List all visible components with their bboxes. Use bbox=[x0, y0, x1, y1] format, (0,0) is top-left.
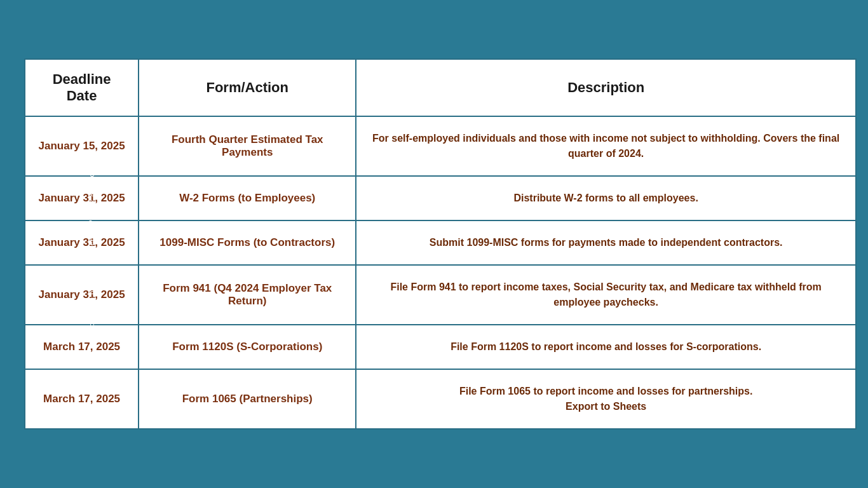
table-row: January 31, 20251099-MISC Forms (to Cont… bbox=[25, 220, 856, 265]
cell-form-4: Form 1120S (S-Corporations) bbox=[139, 325, 356, 369]
header-description: Description bbox=[356, 59, 856, 116]
cell-form-1: W-2 Forms (to Employees) bbox=[139, 176, 356, 220]
cell-form-2: 1099-MISC Forms (to Contractors) bbox=[139, 220, 356, 265]
cell-description-5: File Form 1065 to report income and loss… bbox=[356, 369, 856, 429]
tax-deadlines-table: Deadline Date Form/Action Description Ja… bbox=[24, 58, 857, 430]
table-row: January 15, 2025Fourth Quarter Estimated… bbox=[25, 116, 856, 176]
header-form-action: Form/Action bbox=[139, 59, 356, 116]
table-row: March 17, 2025Form 1065 (Partnerships)Fi… bbox=[25, 369, 856, 429]
cell-description-2: Submit 1099-MISC forms for payments made… bbox=[356, 220, 856, 265]
sidebar-label: Information provided by Freese, Peralez … bbox=[88, 152, 95, 336]
cell-form-3: Form 941 (Q4 2024 Employer Tax Return) bbox=[139, 265, 356, 325]
table-row: January 31, 2025Form 941 (Q4 2024 Employ… bbox=[25, 265, 856, 325]
table-row: January 31, 2025W-2 Forms (to Employees)… bbox=[25, 176, 856, 220]
cell-description-3: File Form 941 to report income taxes, So… bbox=[356, 265, 856, 325]
cell-date-0: January 15, 2025 bbox=[25, 116, 139, 176]
cell-description-0: For self-employed individuals and those … bbox=[356, 116, 856, 176]
cell-date-3: January 31, 2025 bbox=[25, 265, 139, 325]
cell-date-1: January 31, 2025 bbox=[25, 176, 139, 220]
table-row: March 17, 2025Form 1120S (S-Corporations… bbox=[25, 325, 856, 369]
cell-description-4: File Form 1120S to report income and los… bbox=[356, 325, 856, 369]
cell-description-1: Distribute W-2 forms to all employees. bbox=[356, 176, 856, 220]
table-header-row: Deadline Date Form/Action Description bbox=[25, 59, 856, 116]
main-table-container: Deadline Date Form/Action Description Ja… bbox=[24, 58, 857, 430]
cell-date-4: March 17, 2025 bbox=[25, 325, 139, 369]
cell-date-2: January 31, 2025 bbox=[25, 220, 139, 265]
cell-form-0: Fourth Quarter Estimated Tax Payments bbox=[139, 116, 356, 176]
cell-form-5: Form 1065 (Partnerships) bbox=[139, 369, 356, 429]
cell-date-5: March 17, 2025 bbox=[25, 369, 139, 429]
header-deadline-date: Deadline Date bbox=[25, 59, 139, 116]
